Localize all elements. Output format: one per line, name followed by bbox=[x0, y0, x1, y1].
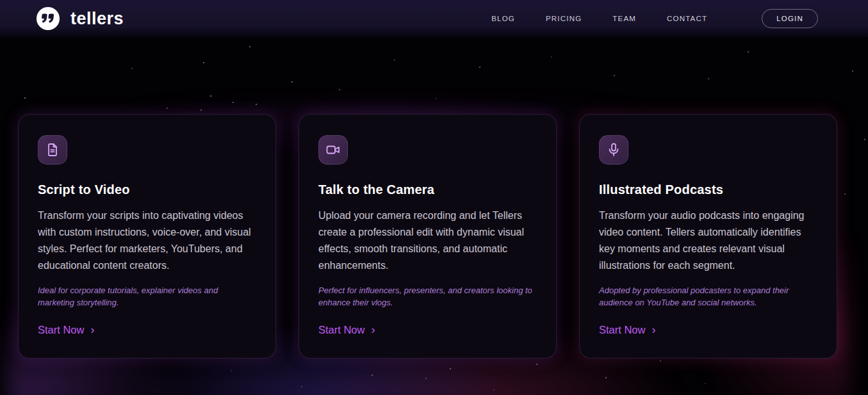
icon-tile bbox=[38, 135, 67, 165]
feature-card-talk-to-camera: Talk to the Camera Upload your camera re… bbox=[299, 114, 557, 359]
main-nav: BLOG PRICING TEAM CONTACT LOGIN bbox=[491, 9, 818, 28]
microphone-icon bbox=[606, 142, 621, 157]
chevron-right-icon: › bbox=[371, 324, 375, 335]
login-button[interactable]: LOGIN bbox=[762, 9, 818, 28]
nav-link-blog[interactable]: BLOG bbox=[491, 15, 515, 22]
card-description: Upload your camera recording and let Tel… bbox=[318, 207, 537, 274]
nav-link-pricing[interactable]: PRICING bbox=[546, 15, 582, 22]
card-description: Transform your audio podcasts into engag… bbox=[599, 207, 817, 274]
chevron-right-icon: › bbox=[651, 324, 655, 335]
card-note: Ideal for corporate tutorials, explainer… bbox=[38, 284, 256, 309]
start-now-label: Start Now bbox=[38, 324, 84, 336]
brand-name: tellers bbox=[70, 9, 124, 29]
icon-tile bbox=[318, 135, 348, 165]
icon-tile bbox=[599, 135, 628, 165]
header: tellers BLOG PRICING TEAM CONTACT LOGIN bbox=[0, 0, 868, 37]
start-now-label: Start Now bbox=[318, 324, 364, 336]
start-now-label: Start Now bbox=[599, 324, 645, 336]
card-note: Perfect for influencers, presenters, and… bbox=[318, 284, 537, 309]
start-now-link[interactable]: Start Now › bbox=[38, 324, 94, 336]
card-title: Talk to the Camera bbox=[318, 182, 537, 197]
start-now-link[interactable]: Start Now › bbox=[318, 324, 375, 336]
feature-card-script-to-video: Script to Video Transform your scripts i… bbox=[18, 114, 276, 359]
nav-link-team[interactable]: TEAM bbox=[612, 15, 636, 22]
start-now-link[interactable]: Start Now › bbox=[599, 324, 655, 336]
feature-cards: Script to Video Transform your scripts i… bbox=[18, 114, 837, 359]
feature-card-illustrated-podcasts: Illustrated Podcasts Transform your audi… bbox=[579, 114, 837, 359]
card-title: Script to Video bbox=[38, 182, 256, 197]
brand-logo[interactable]: tellers bbox=[36, 6, 124, 31]
card-title: Illustrated Podcasts bbox=[599, 182, 817, 197]
quote-icon bbox=[36, 6, 60, 31]
chevron-right-icon: › bbox=[90, 324, 94, 335]
video-camera-icon bbox=[325, 142, 341, 157]
card-description: Transform your scripts into captivating … bbox=[38, 207, 256, 274]
card-note: Adopted by professional podcasters to ex… bbox=[599, 284, 817, 309]
hero-section: Script to Video Transform your scripts i… bbox=[0, 37, 868, 395]
starfield-decoration-dim bbox=[0, 37, 1, 38]
document-icon bbox=[45, 142, 60, 157]
nav-link-contact[interactable]: CONTACT bbox=[667, 15, 707, 22]
